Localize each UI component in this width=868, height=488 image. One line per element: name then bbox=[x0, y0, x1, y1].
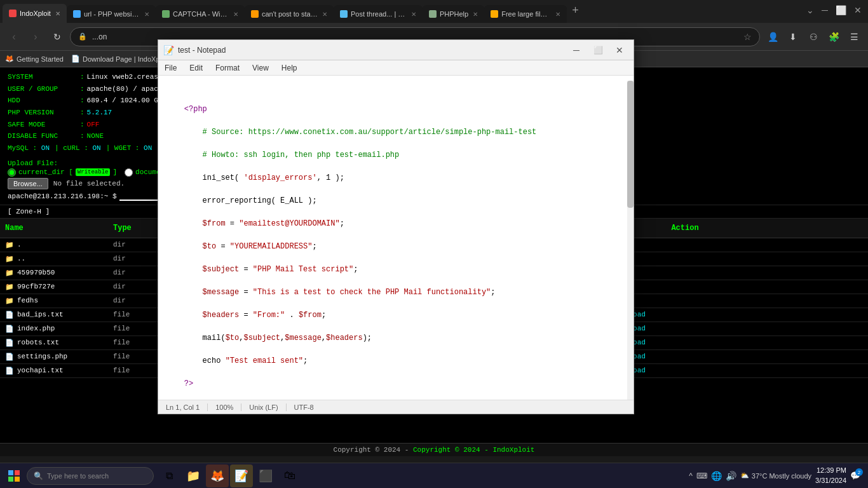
tab-close-5[interactable]: ✕ bbox=[411, 11, 416, 18]
notepad-minimize-button[interactable]: ─ bbox=[567, 43, 585, 58]
firefox-account-icon[interactable]: 👤 bbox=[764, 28, 782, 46]
tray-weather[interactable]: ⛅ 37°C Mostly cloudy bbox=[740, 471, 811, 480]
extensions-icon[interactable]: 🧩 bbox=[825, 28, 843, 46]
minimize-browser-button[interactable]: ─ bbox=[818, 5, 832, 15]
tray-speaker-icon[interactable]: 🔊 bbox=[726, 471, 736, 481]
system-key: SYSTEM bbox=[8, 71, 78, 83]
file-name[interactable]: 📁 99cfb727e bbox=[0, 283, 108, 291]
tray-clock[interactable]: 12:39 PM 3/31/2024 bbox=[815, 466, 846, 485]
tab-captcha[interactable]: CAPTCHA - Wikip... ✕ bbox=[156, 5, 245, 23]
tab-close-4[interactable]: ✕ bbox=[322, 11, 327, 18]
taskbar-app-notepad[interactable]: 📝 bbox=[230, 464, 253, 487]
downloads-icon[interactable]: ⬇ bbox=[784, 28, 802, 46]
taskbar-app-firefox[interactable]: 🦊 bbox=[206, 464, 229, 487]
file-type: file bbox=[108, 339, 159, 346]
tab-bar: IndoXploit ✕ url - PHP website... ✕ CAPT… bbox=[0, 0, 868, 23]
taskbar-app-task-view[interactable]: ⧉ bbox=[158, 464, 180, 487]
tab-favicon-6 bbox=[429, 10, 437, 18]
file-type: file bbox=[108, 353, 159, 360]
status-line-ending: Unix (LF) bbox=[241, 403, 286, 411]
tab-favicon-3 bbox=[162, 10, 170, 18]
browse-button[interactable]: Browse... bbox=[8, 178, 48, 189]
file-type: dir bbox=[108, 269, 159, 276]
file-name[interactable]: 📁 .. bbox=[0, 255, 108, 263]
file-name[interactable]: 📄 robots.txt bbox=[0, 339, 108, 347]
profile-icon[interactable]: ⚇ bbox=[804, 28, 822, 46]
file-name[interactable]: 📁 fedhs bbox=[0, 297, 108, 305]
file-name[interactable]: 📄 settings.php bbox=[0, 353, 108, 361]
tray-chevron-icon[interactable]: ^ bbox=[689, 471, 693, 480]
menu-icon[interactable]: ☰ bbox=[845, 28, 863, 46]
tray-network-icon[interactable]: 🌐 bbox=[711, 471, 722, 481]
clock-time: 12:39 PM bbox=[815, 466, 846, 475]
taskbar-search[interactable]: 🔍 Type here to search bbox=[27, 467, 154, 485]
bookmark-getting-started[interactable]: 🦊 Getting Started bbox=[5, 55, 64, 63]
status-encoding: UTF-8 bbox=[287, 403, 322, 411]
tab-favicon-7 bbox=[491, 10, 498, 18]
taskbar-search-text: Type here to search bbox=[47, 472, 109, 480]
tray-keyboard-icon[interactable]: ⌨ bbox=[696, 471, 707, 480]
notepad-close-button[interactable]: ✕ bbox=[611, 43, 628, 58]
tab-label-6: PHPHelp bbox=[440, 10, 468, 18]
wget-status: | WGET : ON bbox=[106, 142, 153, 154]
menu-file[interactable]: File bbox=[158, 60, 183, 75]
tabs-list-button[interactable]: ⌄ bbox=[803, 5, 818, 15]
notification-center-button[interactable]: 💬 2 bbox=[850, 471, 860, 480]
tab-label-4: can't post to stac... bbox=[262, 10, 318, 18]
tab-new-button[interactable]: + bbox=[567, 4, 584, 17]
menu-format[interactable]: Format bbox=[209, 60, 246, 75]
lock-icon: 🔒 bbox=[78, 32, 87, 41]
safe-mode-value: OFF bbox=[87, 119, 100, 131]
restore-browser-button[interactable]: ⬜ bbox=[832, 5, 850, 15]
menu-edit[interactable]: Edit bbox=[183, 60, 209, 75]
taskbar-apps: ⧉ 📁 🦊 📝 ⬛ 🛍 bbox=[158, 464, 301, 487]
tab-indoxploit[interactable]: IndoXploit ✕ bbox=[3, 4, 67, 23]
tab-label-3: CAPTCHA - Wikip... bbox=[173, 10, 229, 18]
start-button[interactable] bbox=[3, 466, 25, 486]
file-name[interactable]: 📁 . bbox=[0, 241, 108, 249]
terminal-icon: ⬛ bbox=[259, 469, 273, 483]
file-type: dir bbox=[108, 283, 159, 290]
back-button[interactable]: ‹ bbox=[5, 28, 23, 46]
tab-free-file[interactable]: Free large file hos... ✕ bbox=[484, 5, 567, 23]
bookmark-download-page[interactable]: 📄 Download Page | IndoXploit bbox=[71, 55, 169, 63]
tab-phphelp[interactable]: PHPHelp ✕ bbox=[423, 5, 484, 23]
tab-close-1[interactable]: ✕ bbox=[55, 10, 60, 17]
windows-logo-icon bbox=[8, 470, 20, 482]
php-key: PHP VERSION bbox=[8, 107, 78, 119]
radio-current-dir[interactable]: current_dir [ Writeable ] bbox=[8, 168, 117, 177]
file-name[interactable]: 📄 yochapi.txt bbox=[0, 367, 108, 375]
notepad-restore-button[interactable]: ⬜ bbox=[589, 43, 607, 58]
file-name[interactable]: 📄 bad_ips.txt bbox=[0, 311, 108, 319]
menu-help[interactable]: Help bbox=[275, 60, 304, 75]
tab-close-7[interactable]: ✕ bbox=[555, 11, 560, 18]
file-type: file bbox=[108, 311, 159, 318]
menu-view[interactable]: View bbox=[246, 60, 275, 75]
brand-name: Copyright © 2024 - IndoXploit bbox=[413, 446, 534, 454]
file-name[interactable]: 📄 index.php bbox=[0, 325, 108, 333]
file-type: file bbox=[108, 367, 159, 374]
tab-close-3[interactable]: ✕ bbox=[233, 11, 238, 18]
file-type: dir bbox=[108, 255, 159, 262]
system-tray: ^ ⌨ 🌐 🔊 ⛅ 37°C Mostly cloudy 12:39 PM 3/… bbox=[684, 466, 865, 485]
zone-h-link[interactable]: [ Zone-H ] bbox=[8, 208, 50, 215]
forward-button[interactable]: › bbox=[27, 28, 44, 46]
tab-url-php[interactable]: url - PHP website... ✕ bbox=[67, 5, 156, 23]
file-type: dir bbox=[108, 241, 159, 248]
taskbar-app-files[interactable]: 📁 bbox=[182, 464, 205, 487]
close-browser-button[interactable]: ✕ bbox=[850, 5, 865, 15]
tab-close-2[interactable]: ✕ bbox=[144, 11, 149, 18]
taskbar-app-store[interactable]: 🛍 bbox=[278, 464, 301, 487]
tab-close-6[interactable]: ✕ bbox=[473, 11, 478, 18]
refresh-button[interactable]: ↻ bbox=[48, 28, 66, 46]
weather-icon: ⛅ bbox=[740, 471, 749, 480]
hdd-key: HDD bbox=[8, 95, 78, 107]
notepad-title-text: test - Notepad bbox=[178, 46, 564, 55]
tab-cant-post[interactable]: can't post to stac... ✕ bbox=[245, 5, 334, 23]
bookmark-star-icon[interactable]: ☆ bbox=[743, 32, 752, 42]
notepad-content[interactable]: <?php # Source: https://www.conetix.com.… bbox=[158, 76, 634, 400]
taskbar-app-cmd[interactable]: ⬛ bbox=[254, 464, 277, 487]
file-explorer-icon: 📁 bbox=[186, 469, 200, 483]
file-name[interactable]: 📁 459979b50 bbox=[0, 269, 108, 277]
tab-post-thread[interactable]: Post thread... | Cra... ✕ bbox=[334, 5, 423, 23]
